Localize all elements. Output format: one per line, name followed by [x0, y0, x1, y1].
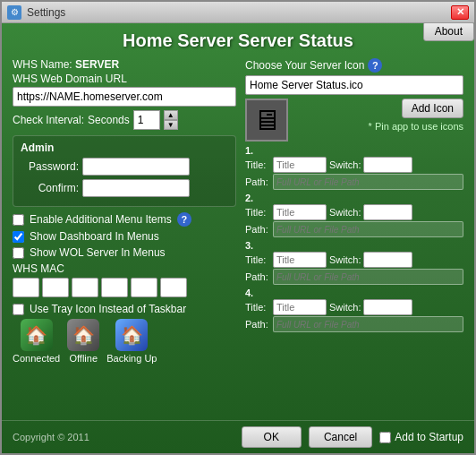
- use-tray-checkbox[interactable]: [13, 304, 24, 315]
- settings-window: ⚙ Settings ✕ Home Server Server Status A…: [0, 0, 476, 455]
- seconds-input[interactable]: [133, 110, 160, 130]
- password-label: Password:: [21, 160, 79, 173]
- item-3-path-row: Path:: [245, 269, 463, 285]
- connected-icon: 🏠: [21, 319, 53, 351]
- enable-menu-checkbox[interactable]: [13, 214, 24, 226]
- mac-box-1[interactable]: [13, 278, 39, 297]
- startup-checkbox[interactable]: [379, 432, 391, 443]
- server-icon-preview: 🖥: [245, 99, 288, 142]
- offline-icon: 🏠: [67, 319, 99, 351]
- item-2-number: 2.: [245, 193, 463, 203]
- show-wol-checkbox[interactable]: [13, 247, 24, 259]
- help-icon[interactable]: ?: [177, 212, 191, 227]
- spin-up-button[interactable]: ▲: [164, 110, 178, 120]
- item-2-path-row: Path:: [245, 221, 463, 237]
- enable-menu-label: Enable Additional Menu Items: [30, 213, 172, 226]
- item-1-path-input[interactable]: [273, 174, 463, 190]
- copyright: Copyright © 2011: [13, 432, 234, 442]
- connected-label: Connected: [13, 353, 60, 364]
- icon-dropdown[interactable]: Home Server Status.ico: [245, 75, 463, 95]
- item-3-switch-input[interactable]: [363, 252, 412, 268]
- window-icon: ⚙: [7, 5, 21, 20]
- title-bar: ⚙ Settings ✕: [2, 2, 474, 23]
- password-row: Password:: [21, 158, 228, 176]
- main-title: Home Server Server Status: [13, 30, 463, 51]
- add-icon-button[interactable]: Add Icon: [402, 99, 463, 118]
- item-4-title-input[interactable]: [273, 299, 327, 315]
- backingup-icon: 🏠: [115, 319, 148, 351]
- item-3-number: 3.: [245, 240, 463, 251]
- tray-backingup: 🏠 Backing Up: [106, 319, 157, 364]
- check-interval-label: Check Interval:: [13, 114, 84, 126]
- offline-label: Offline: [69, 353, 98, 364]
- item-4-switch-input[interactable]: [363, 299, 412, 315]
- item-3: 3. Title: Switch: Path:: [245, 240, 463, 285]
- help-icon-right[interactable]: ?: [368, 58, 382, 73]
- web-domain-label: WHS Web Domain URL: [13, 73, 236, 85]
- spin-down-button[interactable]: ▼: [164, 120, 178, 130]
- mac-row: [13, 278, 236, 297]
- item-2-title-row: Title: Switch:: [245, 204, 463, 220]
- item-1-title-row: Title: Switch:: [245, 157, 463, 173]
- show-dashboard-label: Show Dashboard In Menus: [30, 230, 159, 243]
- enable-menu-row: Enable Additional Menu Items ?: [13, 212, 236, 227]
- icon-row: 🖥 Add Icon * Pin app to use icons: [245, 99, 463, 142]
- show-dashboard-checkbox[interactable]: [13, 231, 24, 243]
- item-1-path-row: Path:: [245, 174, 463, 190]
- window-title: Settings: [27, 6, 451, 19]
- icon-right: Add Icon * Pin app to use icons: [295, 99, 463, 132]
- item-4: 4. Title: Switch: Path:: [245, 288, 463, 332]
- item-4-path-input[interactable]: [273, 316, 463, 332]
- spin-buttons: ▲ ▼: [164, 110, 178, 130]
- numbered-items: 1. Title: Switch: Path:: [245, 145, 463, 332]
- startup-label: Add to Startup: [395, 431, 463, 443]
- tray-icons: 🏠 Connected 🏠 Offline 🏠 Backing Up: [13, 319, 236, 364]
- password-input[interactable]: [82, 158, 190, 176]
- item-4-path-row: Path:: [245, 316, 463, 332]
- item-4-number: 4.: [245, 288, 463, 298]
- choose-icon-label: Choose Your Server Icon ?: [245, 58, 463, 73]
- item-3-title-row: Title: Switch:: [245, 252, 463, 268]
- ok-button[interactable]: OK: [242, 426, 302, 448]
- tray-connected: 🏠 Connected: [13, 319, 60, 364]
- item-1: 1. Title: Switch: Path:: [245, 145, 463, 190]
- item-1-switch-input[interactable]: [363, 157, 412, 173]
- web-domain-input[interactable]: [13, 87, 236, 107]
- item-2-path-input[interactable]: [273, 221, 463, 237]
- show-dashboard-row: Show Dashboard In Menus: [13, 230, 236, 243]
- item-2: 2. Title: Switch: Path:: [245, 193, 463, 237]
- about-button[interactable]: About: [423, 23, 474, 41]
- bottom-bar: Copyright © 2011 OK Cancel Add to Startu…: [2, 420, 474, 453]
- close-button[interactable]: ✕: [451, 5, 469, 20]
- confirm-input[interactable]: [82, 179, 190, 197]
- item-3-title-input[interactable]: [273, 252, 327, 268]
- pin-note: * Pin app to use icons: [295, 121, 463, 132]
- show-wol-label: Show WOL Server In Menus: [30, 246, 166, 259]
- use-tray-label: Use Tray Icon Instead of Taskbar: [30, 303, 186, 315]
- item-2-title-input[interactable]: [273, 204, 327, 220]
- mac-box-3[interactable]: [72, 278, 98, 297]
- item-1-number: 1.: [245, 145, 463, 156]
- whs-name-value: SERVER: [75, 58, 119, 71]
- mac-box-5[interactable]: [131, 278, 157, 297]
- whs-name-label: WHS Name: SERVER: [13, 58, 236, 71]
- admin-section: Admin Password: Confirm:: [13, 135, 236, 207]
- mac-box-6[interactable]: [160, 278, 187, 297]
- whs-mac-label: WHS MAC: [13, 262, 236, 275]
- seconds-label: Seconds: [88, 114, 130, 126]
- item-1-title-input[interactable]: [273, 157, 327, 173]
- show-wol-row: Show WOL Server In Menus: [13, 246, 236, 259]
- item-3-path-input[interactable]: [273, 269, 463, 285]
- tray-offline: 🏠 Offline: [67, 319, 99, 364]
- item-4-title-row: Title: Switch:: [245, 299, 463, 315]
- backingup-label: Backing Up: [106, 353, 157, 364]
- startup-row: Add to Startup: [379, 431, 463, 443]
- confirm-row: Confirm:: [21, 179, 228, 197]
- use-tray-row: Use Tray Icon Instead of Taskbar: [13, 303, 236, 315]
- item-2-switch-input[interactable]: [363, 204, 412, 220]
- mac-box-4[interactable]: [101, 278, 128, 297]
- mac-box-2[interactable]: [42, 278, 69, 297]
- confirm-label: Confirm:: [21, 182, 79, 194]
- cancel-button[interactable]: Cancel: [309, 426, 372, 448]
- admin-title: Admin: [21, 142, 228, 154]
